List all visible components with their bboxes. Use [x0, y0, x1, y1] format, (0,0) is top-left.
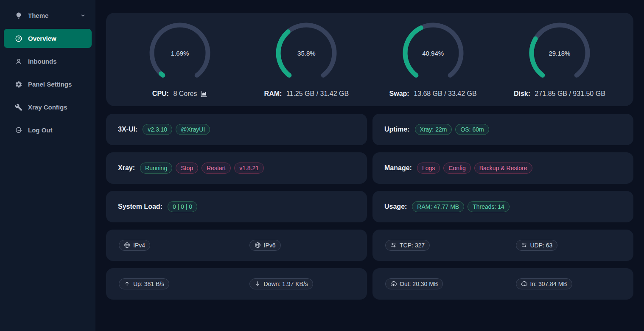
swap-icon: [521, 242, 527, 248]
gauge-cpu: 1.69%CPU: 8 Cores: [117, 13, 243, 106]
tag-label: Config: [448, 164, 465, 172]
user-icon: [15, 58, 22, 65]
gauge-caption-bold: CPU:: [152, 90, 169, 98]
info-card-usage: Usage:RAM: 47.77 MBThreads: 14: [372, 191, 633, 222]
tag-columns: Up: 381 B/sDown: 1.97 KB/s: [106, 278, 367, 290]
info-card-row4-col0: Up: 381 B/sDown: 1.97 KB/s: [106, 268, 367, 300]
tag-in-307-84-mb: In: 307.84 MB: [516, 278, 572, 290]
tag-column: UDP: 63: [503, 240, 634, 251]
chevron-down-icon: [80, 13, 86, 18]
bulb-icon: [15, 12, 22, 20]
tag-os-60m: OS: 60m: [455, 124, 489, 135]
sidebar-item-label: Log Out: [28, 126, 52, 134]
tag-xray-22m: Xray: 22m: [415, 124, 452, 135]
tag-threads-14: Threads: 14: [468, 201, 510, 213]
tag-v1-8-21[interactable]: v1.8.21: [234, 163, 264, 174]
gauge-caption-value: 13.68 GB / 33.42 GB: [412, 90, 477, 98]
tag-group: RAM: 47.77 MBThreads: 14: [412, 201, 510, 213]
sidebar-item-inbounds[interactable]: Inbounds: [4, 52, 92, 71]
tag-label: Up: 381 B/s: [133, 280, 164, 288]
tag-label: Down: 1.97 KB/s: [264, 280, 308, 288]
tag-column: Out: 20.30 MB: [372, 278, 503, 290]
tag-group: RunningStopRestartv1.8.21: [140, 163, 264, 174]
tag-label: Stop: [181, 164, 193, 172]
tag-column: TCP: 327: [372, 240, 503, 251]
sidebar: ThemeOverviewInboundsPanel SettingsXray …: [0, 0, 95, 331]
tag-label: Out: 20.30 MB: [400, 280, 438, 288]
gauge-disk: 29.18%Disk: 271.85 GB / 931.50 GB: [496, 13, 623, 106]
info-card-system-load: System Load:0 | 0 | 0: [106, 191, 367, 222]
tag-group: 0 | 0 | 0: [168, 201, 197, 213]
tag-backup-restore[interactable]: Backup & Restore: [474, 163, 532, 174]
tag-column: Up: 381 B/s: [106, 278, 237, 290]
tag-label: Logs: [422, 164, 435, 172]
tag-logs[interactable]: Logs: [417, 163, 440, 174]
tag-label: v1.8.21: [239, 164, 259, 172]
tag-up-381-b-s: Up: 381 B/s: [119, 278, 169, 290]
tag-label: IPv6: [264, 241, 276, 250]
tag-xrayui[interactable]: @XrayUI: [176, 124, 210, 135]
gauge-caption-bold: RAM:: [264, 90, 282, 98]
sidebar-item-xray-configs[interactable]: Xray Configs: [4, 98, 92, 117]
gauge-ring: 29.18%: [528, 21, 591, 85]
globe-icon: [255, 242, 261, 248]
tag-columns: Out: 20.30 MBIn: 307.84 MB: [372, 278, 633, 290]
tag-udp-63: UDP: 63: [516, 240, 558, 251]
gauge-swap: 40.94%Swap: 13.68 GB / 33.42 GB: [370, 13, 496, 106]
info-card-title: Usage:: [384, 203, 407, 210]
tag-ram-47-77-mb: RAM: 47.77 MB: [412, 201, 464, 213]
cloud-upload-icon: [390, 281, 397, 287]
tag-group: v2.3.10@XrayUI: [143, 124, 210, 135]
tag-column: IPv6: [237, 240, 367, 251]
tag-label: OS: 60m: [460, 126, 484, 134]
tag-label: 0 | 0 | 0: [173, 203, 192, 211]
info-card-xray: Xray:RunningStopRestartv1.8.21: [106, 152, 367, 184]
tag-column: In: 307.84 MB: [503, 278, 634, 290]
info-card-title: 3X-UI:: [118, 126, 137, 133]
tag-label: In: 307.84 MB: [530, 280, 567, 288]
tag-label: Running: [145, 164, 167, 172]
tag-restart[interactable]: Restart: [202, 163, 231, 174]
main-content: 1.69%CPU: 8 Cores35.8%RAM: 11.25 GB / 31…: [95, 0, 644, 331]
sidebar-item-panel-settings[interactable]: Panel Settings: [4, 75, 92, 94]
info-grid: 3X-UI:v2.3.10@XrayUIUptime:Xray: 22mOS: …: [106, 114, 633, 300]
tag-columns: IPv4IPv6: [106, 240, 367, 251]
swap-icon: [390, 242, 397, 248]
sidebar-item-overview[interactable]: Overview: [4, 29, 92, 48]
tag-config[interactable]: Config: [443, 163, 470, 174]
sidebar-item-theme[interactable]: Theme: [4, 6, 92, 25]
gauge-percent: 1.69%: [148, 21, 212, 85]
tag-label: Backup & Restore: [479, 164, 527, 172]
gauge-percent: 40.94%: [401, 21, 465, 85]
tag-label: IPv4: [133, 241, 145, 250]
tag-column: Down: 1.97 KB/s: [237, 278, 367, 290]
info-card-manage: Manage:LogsConfigBackup & Restore: [372, 152, 633, 184]
tag-columns: TCP: 327UDP: 63: [372, 240, 633, 251]
logout-icon: [15, 126, 22, 134]
sidebar-item-log-out[interactable]: Log Out: [4, 121, 92, 140]
gauge-ram: 35.8%RAM: 11.25 GB / 31.42 GB: [243, 13, 370, 106]
sidebar-item-label: Inbounds: [28, 58, 57, 65]
tag-label: Restart: [207, 164, 226, 172]
info-card-row4-col1: Out: 20.30 MBIn: 307.84 MB: [372, 268, 633, 300]
sidebar-item-label: Theme: [28, 12, 48, 19]
tag-tcp-327: TCP: 327: [385, 240, 430, 251]
sidebar-item-label: Panel Settings: [28, 81, 72, 88]
info-card-title: Uptime:: [384, 126, 410, 133]
gauge-percent: 29.18%: [528, 21, 591, 85]
info-card-row3-col0: IPv4IPv6: [106, 230, 367, 261]
gauge-caption: CPU: 8 Cores: [152, 90, 208, 98]
sidebar-item-label: Overview: [28, 35, 56, 42]
tag-0-0-0: 0 | 0 | 0: [168, 201, 197, 213]
tag-stop[interactable]: Stop: [176, 163, 198, 174]
gauge-caption: RAM: 11.25 GB / 31.42 GB: [264, 90, 349, 98]
arrow-down-icon: [255, 281, 261, 287]
tag-label: @XrayUI: [181, 126, 205, 134]
area-chart-icon: [200, 90, 207, 98]
gauge-ring: 40.94%: [401, 21, 465, 85]
wrench-icon: [15, 104, 22, 111]
tag-group: LogsConfigBackup & Restore: [417, 163, 532, 174]
gauge-caption-value: 11.25 GB / 31.42 GB: [284, 90, 349, 98]
tag-v2-3-10[interactable]: v2.3.10: [143, 124, 172, 135]
gauge-caption: Disk: 271.85 GB / 931.50 GB: [514, 90, 605, 98]
